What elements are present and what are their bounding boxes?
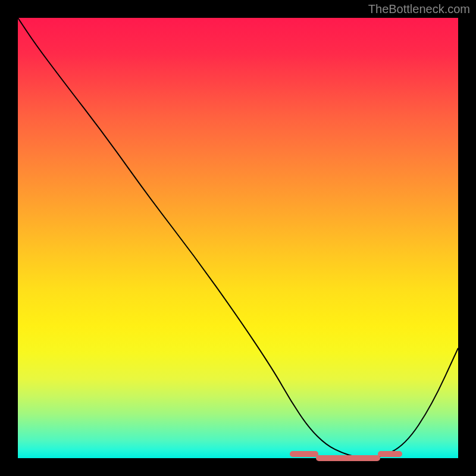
highlight-marker [316, 455, 380, 461]
watermark-text: TheBottleneck.com [368, 2, 470, 16]
chart-plot-area [18, 18, 458, 458]
highlight-marker [290, 451, 318, 457]
highlight-marker [378, 451, 402, 457]
chart-curve [18, 18, 458, 458]
